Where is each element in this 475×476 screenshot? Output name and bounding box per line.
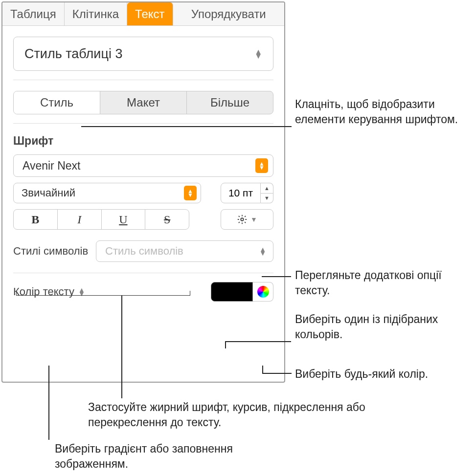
callout-leader [48, 366, 49, 440]
sub-tab-bar: Стиль Макет Більше [13, 91, 273, 114]
character-style-placeholder: Стиль символів [105, 245, 183, 258]
dropdown-arrows-icon: ▲▼ [255, 158, 268, 173]
callout-leader [225, 341, 226, 348]
callout-bius: Застосуйте жирний шрифт, курсив, підкрес… [88, 400, 382, 430]
underline-button[interactable]: U [102, 210, 146, 229]
callout-leader [225, 341, 291, 342]
color-wheel-icon [257, 286, 269, 298]
chevron-up-down-icon: ▲▼ [254, 49, 262, 58]
tab-arrange[interactable]: Упорядкувати [173, 2, 284, 25]
callout-wheel: Виберіть будь-який колір. [295, 367, 475, 382]
chevron-up-down-icon: ▲▼ [259, 247, 266, 255]
chevron-down-icon: ▼ [250, 217, 257, 221]
typeface-size-row: Звичайний ▲▼ 10 пт ▲ ▼ [13, 183, 273, 203]
tab-cell[interactable]: Клітинка [65, 2, 127, 25]
character-styles-row: Стилі символів Стиль символів ▲▼ [13, 240, 273, 262]
bius-segmented: B I U S [13, 209, 189, 230]
stepper-up[interactable]: ▲ [261, 183, 273, 194]
font-size-field[interactable]: 10 пт [221, 183, 261, 203]
callout-leader [262, 366, 263, 373]
callout-leader [81, 126, 292, 127]
dropdown-arrows-icon: ▲▼ [184, 186, 197, 200]
typeface-label: Звичайний [22, 187, 75, 199]
font-family-dropdown[interactable]: Avenir Next ▲▼ [13, 154, 273, 177]
font-size-group: 10 пт ▲ ▼ [221, 183, 273, 203]
top-tab-bar: Таблиця Клітинка Текст Упорядкувати [2, 2, 284, 26]
svg-point-0 [241, 218, 244, 221]
color-wheel-button[interactable] [253, 282, 273, 302]
color-swatch-well[interactable] [211, 282, 253, 302]
callout-textcolor: Виберіть градієнт або заповнення зображе… [55, 441, 250, 472]
subtab-style[interactable]: Стиль [14, 91, 100, 114]
font-section-header: Шрифт [13, 134, 273, 148]
subtab-more[interactable]: Більше [187, 91, 273, 114]
sub-tab-wrapper: Стиль Макет Більше [2, 80, 284, 123]
text-style-row: B I U S ▼ [13, 209, 273, 230]
bracket-bius [16, 291, 190, 296]
callout-swatch: Виберіть один із підібраних кольорів. [295, 312, 471, 342]
tab-table[interactable]: Таблиця [2, 2, 65, 25]
character-style-dropdown[interactable]: Стиль символів ▲▼ [96, 240, 273, 262]
advanced-options-button[interactable]: ▼ [221, 209, 273, 230]
callout-leader [262, 373, 292, 374]
bold-button[interactable]: B [14, 210, 58, 229]
tab-text[interactable]: Текст [127, 2, 173, 25]
stepper-down[interactable]: ▼ [261, 194, 273, 203]
callout-leader [262, 276, 291, 277]
callout-leader [121, 296, 122, 398]
gear-icon [237, 214, 248, 225]
font-size-stepper: ▲ ▼ [261, 183, 273, 203]
paragraph-style-label: Стиль таблиці 3 [24, 46, 122, 62]
color-wells [211, 282, 273, 302]
italic-button[interactable]: I [58, 210, 102, 229]
strikethrough-button[interactable]: S [145, 210, 189, 229]
font-family-label: Avenir Next [23, 159, 80, 173]
character-styles-label: Стилі символів [13, 245, 88, 258]
subtab-layout[interactable]: Макет [100, 91, 187, 114]
callout-gear: Перегляньте додаткові опції тексту. [295, 268, 471, 298]
callout-style-tab: Клацніть, щоб відобразити елементи керув… [295, 97, 471, 127]
divider [13, 273, 273, 273]
paragraph-style-dropdown[interactable]: Стиль таблиці 3 ▲▼ [13, 37, 273, 71]
divider [13, 123, 273, 124]
format-inspector-panel: Таблиця Клітинка Текст Упорядкувати Стил… [1, 1, 285, 383]
typeface-dropdown[interactable]: Звичайний ▲▼ [13, 183, 201, 203]
